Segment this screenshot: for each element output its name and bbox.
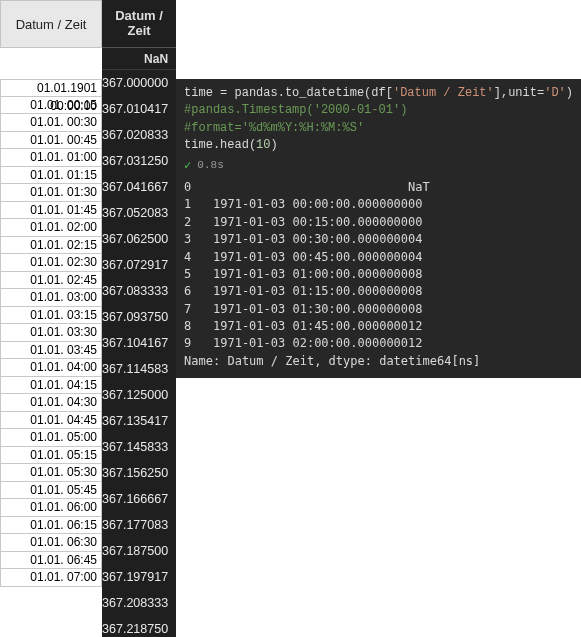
- dark-table-row[interactable]: 367.083333: [102, 278, 176, 304]
- output-row: 2 1971-01-03 00:15:00.000000000: [184, 214, 573, 231]
- light-table-row[interactable]: 01.01. 01:00: [0, 149, 102, 167]
- light-table-row[interactable]: 01.01. 05:00: [0, 429, 102, 447]
- light-table-row[interactable]: 01.01. 04:15: [0, 377, 102, 395]
- output-row: 7 1971-01-03 01:30:00.000000008: [184, 301, 573, 318]
- dark-table-row[interactable]: 367.072917: [102, 252, 176, 278]
- output-row: 1 1971-01-03 00:00:00.000000000: [184, 196, 573, 213]
- light-table-row[interactable]: 01.01.1901 00:00:00: [0, 79, 102, 97]
- dark-table-row[interactable]: 367.135417: [102, 408, 176, 434]
- light-table-row[interactable]: 01.01. 06:15: [0, 517, 102, 535]
- dark-table-row[interactable]: 367.052083: [102, 200, 176, 226]
- dark-table-row[interactable]: 367.000000: [102, 70, 176, 96]
- light-table-row[interactable]: 01.01. 06:00: [0, 499, 102, 517]
- light-table-row[interactable]: 01.01. 04:45: [0, 412, 102, 430]
- dark-table-row[interactable]: 367.031250: [102, 148, 176, 174]
- output-row: 6 1971-01-03 01:15:00.000000008: [184, 283, 573, 300]
- dark-table-row[interactable]: 367.104167: [102, 330, 176, 356]
- light-table-row[interactable]: 01.01. 02:15: [0, 237, 102, 255]
- dark-table-header: Datum / Zeit: [102, 0, 176, 48]
- dark-table-row[interactable]: 367.010417: [102, 96, 176, 122]
- light-table-row[interactable]: 01.01. 05:30: [0, 464, 102, 482]
- light-table-row[interactable]: 01.01. 04:30: [0, 394, 102, 412]
- dark-table-row[interactable]: 367.218750: [102, 616, 176, 637]
- code-line-4: time.head(10): [184, 137, 573, 154]
- output-footer: Name: Datum / Zeit, dtype: datetime64[ns…: [184, 353, 573, 370]
- dark-table: Datum / Zeit NaN 367.000000367.010417367…: [102, 0, 176, 637]
- execution-status: ✓ 0.8s: [184, 158, 573, 175]
- dark-table-row[interactable]: 367.125000: [102, 382, 176, 408]
- dark-table-row[interactable]: 367.041667: [102, 174, 176, 200]
- light-table-row[interactable]: 01.01. 01:45: [0, 202, 102, 220]
- light-table: Datum / Zeit 01.01.1901 00:00:0001.01. 0…: [0, 0, 102, 637]
- nan-cell: NaN: [102, 48, 176, 70]
- light-table-row[interactable]: 01.01. 07:00: [0, 569, 102, 587]
- dark-table-row[interactable]: 367.114583: [102, 356, 176, 382]
- light-table-row[interactable]: 01.01. 06:45: [0, 552, 102, 570]
- output-row: 5 1971-01-03 01:00:00.000000008: [184, 266, 573, 283]
- light-table-row[interactable]: 01.01. 01:15: [0, 167, 102, 185]
- output-row: 9 1971-01-03 02:00:00.000000012: [184, 335, 573, 352]
- light-table-row[interactable]: 01.01. 03:30: [0, 324, 102, 342]
- output-row: 0 NaT: [184, 179, 573, 196]
- light-table-row[interactable]: 01.01. 02:30: [0, 254, 102, 272]
- code-line-1: time = pandas.to_datetime(df['Datum / Ze…: [184, 85, 573, 102]
- dark-table-row[interactable]: 367.156250: [102, 460, 176, 486]
- dark-table-row[interactable]: 367.093750: [102, 304, 176, 330]
- output-row: 8 1971-01-03 01:45:00.000000012: [184, 318, 573, 335]
- output-row: 4 1971-01-03 00:45:00.000000004: [184, 249, 573, 266]
- dark-table-row[interactable]: 367.177083: [102, 512, 176, 538]
- dark-table-row[interactable]: 367.208333: [102, 590, 176, 616]
- code-cell[interactable]: time = pandas.to_datetime(df['Datum / Ze…: [176, 79, 581, 378]
- light-table-row[interactable]: 01.01. 02:00: [0, 219, 102, 237]
- code-line-3: #format='%d%m%Y:%H:%M:%S': [184, 120, 573, 137]
- light-table-row[interactable]: 01.01. 05:15: [0, 447, 102, 465]
- dark-table-row[interactable]: 367.197917: [102, 564, 176, 590]
- light-table-header: Datum / Zeit: [0, 0, 102, 48]
- light-table-row[interactable]: 01.01. 00:30: [0, 114, 102, 132]
- light-table-row[interactable]: 01.01. 02:45: [0, 272, 102, 290]
- light-table-row[interactable]: 01.01. 00:15: [0, 97, 102, 115]
- light-table-row[interactable]: 01.01. 03:45: [0, 342, 102, 360]
- notebook-panel: time = pandas.to_datetime(df['Datum / Ze…: [176, 0, 581, 637]
- output-row: 3 1971-01-03 00:30:00.000000004: [184, 231, 573, 248]
- check-icon: ✓: [184, 158, 191, 175]
- light-table-row[interactable]: 01.01. 00:45: [0, 132, 102, 150]
- dark-table-row[interactable]: 367.145833: [102, 434, 176, 460]
- light-table-row[interactable]: 01.01. 03:15: [0, 307, 102, 325]
- execution-time: 0.8s: [197, 158, 223, 174]
- code-line-2: #pandas.Timestamp('2000-01-01'): [184, 102, 573, 119]
- light-table-row[interactable]: 01.01. 03:00: [0, 289, 102, 307]
- dark-table-row[interactable]: 367.187500: [102, 538, 176, 564]
- light-table-row[interactable]: 01.01. 04:00: [0, 359, 102, 377]
- light-table-row[interactable]: 01.01. 05:45: [0, 482, 102, 500]
- light-table-row[interactable]: 01.01. 06:30: [0, 534, 102, 552]
- dark-table-row[interactable]: 367.020833: [102, 122, 176, 148]
- light-table-row[interactable]: 01.01. 01:30: [0, 184, 102, 202]
- dark-table-row[interactable]: 367.166667: [102, 486, 176, 512]
- dark-table-row[interactable]: 367.062500: [102, 226, 176, 252]
